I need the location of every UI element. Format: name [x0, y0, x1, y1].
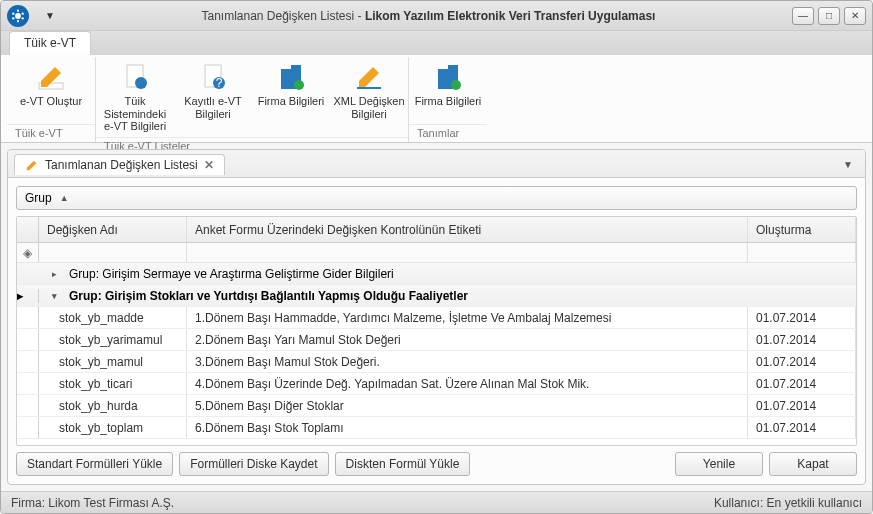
table-row[interactable]: stok_yb_yarimamul2.Dönem Başı Yarı Mamul… [17, 329, 856, 351]
filter-indicator-icon: ◈ [17, 243, 39, 262]
ribbon-group-tuik-evt: e-VT Oluştur Tüik e-VT [7, 57, 96, 142]
cell-name: stok_yb_toplam [39, 417, 187, 438]
cell-label: 3.Dönem Başı Mamul Stok Değeri. [187, 351, 748, 372]
cell-created: 01.07.2014 [748, 373, 856, 394]
svg-point-5 [12, 17, 14, 19]
svg-point-3 [22, 17, 24, 19]
ribbon-body: e-VT Oluştur Tüik e-VT Tüik Sistemindeki… [1, 55, 872, 143]
group-row-expanded[interactable]: ▸ ▾Grup: Girişim Stokları ve Yurtdışı Ba… [17, 285, 856, 307]
workspace: Tanımlanan Değişken Listesi ✕ ▼ Grup ▲ D… [7, 149, 866, 485]
table-row[interactable]: stok_yb_hurda5.Dönem Başı Diğer Stoklar0… [17, 395, 856, 417]
firma-bilgileri-button[interactable]: Firma Bilgileri [252, 57, 330, 137]
pencil-icon [25, 158, 39, 172]
ribbon-tab-strip: Tüik e-VT [1, 31, 872, 55]
quick-access-dropdown[interactable]: ▼ [45, 10, 55, 21]
table-row[interactable]: stok_yb_madde1.Dönem Başı Hammadde, Yard… [17, 307, 856, 329]
cell-created: 01.07.2014 [748, 307, 856, 328]
document-info-icon: ? [197, 61, 229, 93]
status-user: Kullanıcı: En yetkili kullanıcı [714, 496, 862, 510]
column-header-label[interactable]: Anket Formu Üzerindeki Değişken Kontrolü… [187, 217, 748, 242]
button-bar: Standart Formülleri Yükle Formülleri Dis… [16, 452, 857, 476]
xml-degisken-bilgileri-button[interactable]: XML Değişken Bilgileri [330, 57, 408, 137]
cell-created: 01.07.2014 [748, 329, 856, 350]
title-bar: ▼ Tanımlanan Değişken Listesi - Likom Ya… [1, 1, 872, 31]
close-button[interactable]: ✕ [844, 7, 866, 25]
page-tab-close[interactable]: ✕ [204, 158, 214, 172]
cell-name: stok_yb_yarimamul [39, 329, 187, 350]
page-tabs-chevron[interactable]: ▼ [843, 159, 859, 170]
column-header-name[interactable]: Değişken Adı [39, 217, 187, 242]
svg-point-6 [12, 12, 14, 14]
cell-created: 01.07.2014 [748, 417, 856, 438]
ribbon-group-label: Tüik e-VT [7, 124, 95, 142]
row-indicator [17, 417, 39, 438]
svg-rect-17 [438, 69, 448, 89]
cell-label: 1.Dönem Başı Hammadde, Yardımcı Malzeme,… [187, 307, 748, 328]
ribbon-group-label: Tanımlar [409, 124, 487, 142]
row-indicator [17, 373, 39, 394]
document-icon [119, 61, 151, 93]
kapat-button[interactable]: Kapat [769, 452, 857, 476]
pencil-list-icon [353, 61, 385, 93]
group-row-collapsed[interactable]: ▸Grup: Girişim Sermaye ve Araştırma Geli… [17, 263, 856, 285]
diskten-formul-yukle-button[interactable]: Diskten Formül Yükle [335, 452, 471, 476]
column-header-created[interactable]: Oluşturma [748, 217, 856, 242]
yenile-button[interactable]: Yenile [675, 452, 763, 476]
cell-label: 6.Dönem Başı Stok Toplamı [187, 417, 748, 438]
page-tab-label: Tanımlanan Değişken Listesi [45, 158, 198, 172]
firma-bilgileri-tanimlar-button[interactable]: Firma Bilgileri [409, 57, 487, 124]
status-bar: Firma: Likom Test Firması A.Ş. Kullanıcı… [1, 491, 872, 513]
maximize-button[interactable]: □ [818, 7, 840, 25]
data-grid[interactable]: Değişken Adı Anket Formu Üzerindeki Deği… [16, 216, 857, 446]
group-caption: Grup: Girişim Stokları ve Yurtdışı Bağla… [69, 289, 468, 303]
window-title: Tanımlanan Değişken Listesi - Likom Yazı… [65, 9, 792, 23]
svg-rect-13 [281, 69, 291, 89]
current-row-indicator: ▸ [17, 289, 39, 303]
cell-label: 4.Dönem Başı Üzerinde Değ. Yapılmadan Sa… [187, 373, 748, 394]
svg-point-1 [17, 9, 19, 11]
row-indicator [17, 351, 39, 372]
tuik-sistem-bilgileri-button[interactable]: Tüik Sistemindeki e-VT Bilgileri [96, 57, 174, 137]
grid-body[interactable]: ▸Grup: Girişim Sermaye ve Araştırma Geli… [17, 263, 856, 439]
formul-diske-kaydet-button[interactable]: Formülleri Diske Kaydet [179, 452, 328, 476]
cell-name: stok_yb_mamul [39, 351, 187, 372]
ribbon-tab-tuik-evt[interactable]: Tüik e-VT [9, 31, 91, 55]
row-indicator [17, 307, 39, 328]
ribbon-group-listeler: Tüik Sistemindeki e-VT Bilgileri ? Kayıt… [96, 57, 409, 142]
row-indicator-header [17, 217, 39, 242]
row-indicator [17, 395, 39, 416]
svg-point-19 [451, 80, 461, 90]
pencil-icon [35, 61, 67, 93]
row-indicator [17, 329, 39, 350]
svg-point-0 [15, 13, 21, 19]
filter-row[interactable]: ◈ [17, 243, 856, 263]
group-by-box[interactable]: Grup ▲ [16, 186, 857, 210]
standart-formul-yukle-button[interactable]: Standart Formülleri Yükle [16, 452, 173, 476]
svg-point-4 [17, 20, 19, 22]
sort-asc-icon: ▲ [60, 193, 69, 203]
cell-name: stok_yb_hurda [39, 395, 187, 416]
cell-label: 2.Dönem Başı Yarı Mamul Stok Değeri [187, 329, 748, 350]
svg-rect-16 [357, 87, 381, 89]
group-by-label: Grup [25, 191, 52, 205]
content-area: Grup ▲ Değişken Adı Anket Formu Üzerinde… [8, 178, 865, 484]
minimize-button[interactable]: — [792, 7, 814, 25]
expand-icon[interactable]: ▸ [39, 269, 69, 279]
kayitli-evt-bilgileri-button[interactable]: ? Kayıtlı e-VT Bilgileri [174, 57, 252, 137]
collapse-icon[interactable]: ▾ [39, 291, 69, 301]
cell-label: 5.Dönem Başı Diğer Stoklar [187, 395, 748, 416]
cell-name: stok_yb_ticari [39, 373, 187, 394]
table-row[interactable]: stok_yb_toplam6.Dönem Başı Stok Toplamı0… [17, 417, 856, 439]
building-edit-icon [432, 61, 464, 93]
page-tab-degisken-listesi[interactable]: Tanımlanan Değişken Listesi ✕ [14, 154, 225, 175]
group-caption: Grup: Girişim Sermaye ve Araştırma Geliş… [69, 267, 394, 281]
svg-point-9 [135, 77, 147, 89]
table-row[interactable]: stok_yb_ticari4.Dönem Başı Üzerinde Değ.… [17, 373, 856, 395]
table-row[interactable]: stok_yb_mamul3.Dönem Başı Mamul Stok Değ… [17, 351, 856, 373]
status-firma: Firma: Likom Test Firması A.Ş. [11, 496, 174, 510]
title-app: Likom Yazılım Elektronik Veri Transferi … [365, 9, 656, 23]
svg-point-15 [294, 80, 304, 90]
ribbon-group-tanimlar: Firma Bilgileri Tanımlar [409, 57, 487, 142]
svg-point-2 [22, 12, 24, 14]
evt-olustur-button[interactable]: e-VT Oluştur [7, 57, 95, 124]
